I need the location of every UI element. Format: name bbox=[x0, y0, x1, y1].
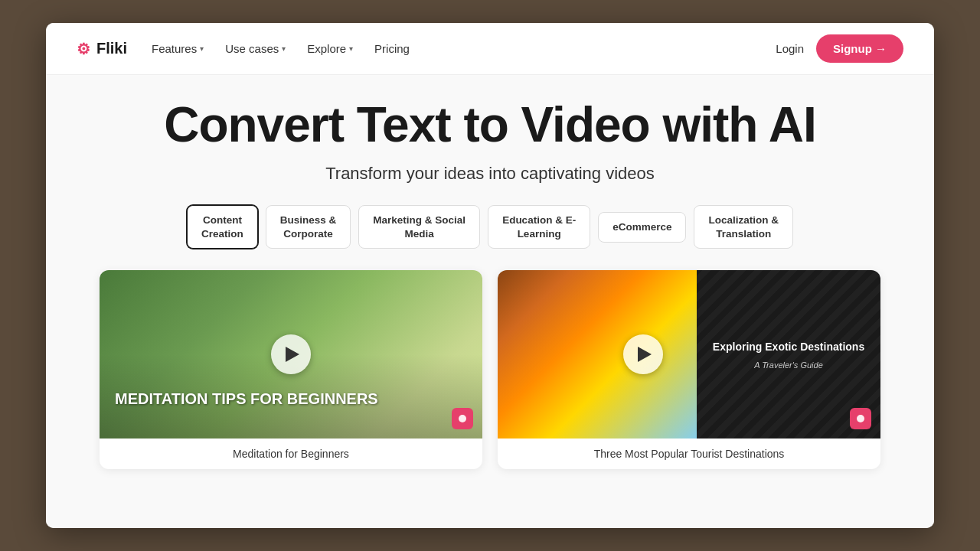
play-button-travel[interactable] bbox=[623, 334, 663, 374]
login-button[interactable]: Login bbox=[776, 42, 804, 55]
video-thumbnail-travel[interactable]: Exploring Exotic Destinations A Traveler… bbox=[498, 270, 880, 439]
video-thumbnail-meditation[interactable]: MEDITATION TIPS FOR BEGINNERS bbox=[100, 270, 482, 439]
svg-point-0 bbox=[459, 415, 466, 422]
nav-right: Login Signup → bbox=[776, 34, 903, 63]
thumbnail-bg-travel: Exploring Exotic Destinations A Traveler… bbox=[498, 270, 880, 439]
meditation-overlay-text: MEDITATION TIPS FOR BEGINNERS bbox=[115, 390, 378, 408]
play-triangle-icon bbox=[638, 347, 652, 362]
play-triangle-icon bbox=[286, 347, 299, 362]
travel-panel-title: Exploring Exotic Destinations bbox=[713, 340, 864, 354]
tab-marketing-social[interactable]: Marketing & Social Media bbox=[358, 205, 480, 249]
fliki-badge-meditation bbox=[452, 408, 473, 429]
tab-ecommerce[interactable]: eCommerce bbox=[598, 212, 686, 243]
brand-name: Fliki bbox=[96, 40, 127, 57]
video-caption-travel: Three Most Popular Tourist Destinations bbox=[498, 439, 880, 469]
video-cards: MEDITATION TIPS FOR BEGINNERS Meditation… bbox=[77, 270, 903, 469]
video-card-travel: Exploring Exotic Destinations A Traveler… bbox=[498, 270, 880, 469]
category-tabs: Content Creation Business & Corporate Ma… bbox=[187, 205, 793, 249]
navbar: ⚙ Fliki Features ▾ Use cases ▾ Explore ▾… bbox=[46, 23, 934, 75]
nav-explore[interactable]: Explore ▾ bbox=[307, 42, 353, 55]
video-caption-meditation: Meditation for Beginners bbox=[100, 439, 482, 469]
main-content: Convert Text to Video with AI Transform … bbox=[46, 75, 934, 528]
nav-use-cases[interactable]: Use cases ▾ bbox=[225, 42, 286, 55]
hero-title: Convert Text to Video with AI bbox=[164, 98, 816, 152]
logo[interactable]: ⚙ Fliki bbox=[77, 40, 127, 58]
nav-features[interactable]: Features ▾ bbox=[152, 42, 204, 55]
signup-button[interactable]: Signup → bbox=[816, 34, 903, 63]
nav-pricing[interactable]: Pricing bbox=[374, 42, 410, 55]
chevron-down-icon: ▾ bbox=[282, 44, 286, 53]
nav-left: ⚙ Fliki Features ▾ Use cases ▾ Explore ▾… bbox=[77, 40, 410, 58]
logo-icon: ⚙ bbox=[77, 40, 90, 58]
tab-education-learning[interactable]: Education & E- Learning bbox=[488, 205, 590, 249]
chevron-down-icon: ▾ bbox=[349, 44, 353, 53]
chevron-down-icon: ▾ bbox=[200, 44, 204, 53]
play-button-meditation[interactable] bbox=[271, 334, 311, 374]
fliki-badge-travel bbox=[850, 408, 871, 429]
nav-links: Features ▾ Use cases ▾ Explore ▾ Pricing bbox=[152, 42, 410, 55]
tab-content-creation[interactable]: Content Creation bbox=[187, 205, 258, 249]
travel-panel-subtitle: A Traveler's Guide bbox=[754, 360, 823, 370]
hero-subtitle: Transform your ideas into captivating vi… bbox=[325, 164, 655, 184]
svg-point-1 bbox=[857, 415, 864, 422]
browser-window: ⚙ Fliki Features ▾ Use cases ▾ Explore ▾… bbox=[46, 23, 934, 528]
travel-left-panel bbox=[498, 270, 697, 439]
tab-business-corporate[interactable]: Business & Corporate bbox=[266, 205, 351, 249]
tab-localization[interactable]: Localization & Translation bbox=[694, 205, 793, 249]
video-card-meditation: MEDITATION TIPS FOR BEGINNERS Meditation… bbox=[100, 270, 482, 469]
